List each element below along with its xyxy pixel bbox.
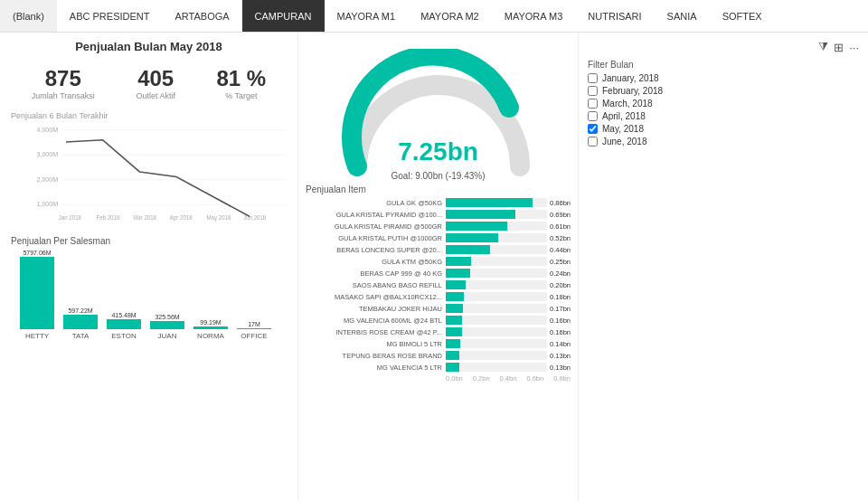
item-bar <box>446 210 515 219</box>
nav-item-artaboga[interactable]: ARTABOGA <box>162 0 241 32</box>
item-row: MG VALENCIA 5 LTR 0.13bn <box>306 363 571 372</box>
items-title: Penjualan Item <box>306 184 571 194</box>
item-value: 0.61bn <box>550 222 571 231</box>
item-value: 0.16bn <box>550 328 571 336</box>
filter-month-checkbox[interactable] <box>588 124 598 134</box>
filter-month-label: May, 2018 <box>602 124 644 134</box>
item-value: 0.14bn <box>550 340 571 348</box>
svg-rect-16 <box>63 315 98 329</box>
nav-item-mayora-m2[interactable]: MAYORA M2 <box>408 0 492 32</box>
middle-panel: 7.25bn Goal: 9.00bn (-19.43%) Penjualan … <box>298 33 579 501</box>
nav-item-nutrisari[interactable]: NUTRISARI <box>575 0 654 32</box>
metric-target-label: % Target <box>217 91 267 100</box>
gauge-container: 7.25bn Goal: 9.00bn (-19.43%) <box>330 49 547 184</box>
nav-item-blank[interactable]: (Blank) <box>0 0 57 32</box>
item-row: MG VALENCIA 600ML @24 BTL 0.16bn <box>306 316 571 325</box>
item-value: 0.86bn <box>550 199 571 207</box>
filter-month-item[interactable]: February, 2018 <box>588 86 859 96</box>
svg-text:HETTY: HETTY <box>25 332 50 340</box>
item-bar-wrap <box>446 222 547 231</box>
item-bar <box>446 245 490 254</box>
item-bar <box>446 363 459 372</box>
item-row: TEPUNG BERAS ROSE BRAND 0.13bn <box>306 351 571 360</box>
filter-month-checkbox[interactable] <box>588 73 598 83</box>
item-bar-wrap <box>446 304 547 313</box>
nav-item-softex[interactable]: SOFTEX <box>710 0 775 32</box>
filter-month-label: April, 2018 <box>602 111 646 121</box>
table-icon[interactable]: ⊞ <box>834 41 844 54</box>
svg-text:Mar 2018: Mar 2018 <box>133 214 156 221</box>
top-navigation: (Blank) ABC PRESIDENT ARTABOGA CAMPURAN … <box>0 0 868 33</box>
filter-header: ⧩ ⊞ ··· <box>588 40 859 54</box>
svg-text:325.56M: 325.56M <box>155 314 179 320</box>
item-bar <box>446 351 459 360</box>
filter-month-checkbox[interactable] <box>588 86 598 96</box>
svg-text:99.19M: 99.19M <box>200 319 222 326</box>
svg-text:17M: 17M <box>248 321 260 327</box>
svg-text:NORMA: NORMA <box>197 332 224 340</box>
nav-item-abc[interactable]: ABC PRESIDENT <box>57 0 163 32</box>
item-bar-wrap <box>446 269 547 278</box>
items-x-axis: 0.0bn 0.2bn 0.4bn 0.6bn 0.8bn <box>306 374 571 383</box>
item-bar-wrap <box>446 233 547 242</box>
filter-month-item[interactable]: March, 2018 <box>588 99 859 109</box>
filter-month-label: February, 2018 <box>602 86 663 96</box>
svg-rect-14 <box>20 257 54 329</box>
item-value: 0.44bn <box>550 246 571 254</box>
salesman-section: Penjualan Per Salesman 5797.06M 597.22M … <box>11 236 287 494</box>
svg-text:1,000M: 1,000M <box>36 200 58 208</box>
more-icon[interactable]: ··· <box>849 41 859 54</box>
metric-target-value: 81 % <box>217 66 267 91</box>
item-bar <box>446 327 462 336</box>
item-bar <box>446 316 462 325</box>
svg-text:415.48M: 415.48M <box>111 312 136 318</box>
metric-outlet-value: 405 <box>136 66 175 91</box>
item-value: 0.52bn <box>550 234 571 242</box>
filter-months: January, 2018 February, 2018 March, 2018… <box>588 73 859 149</box>
svg-text:ESTON: ESTON <box>111 332 137 340</box>
nav-item-sania[interactable]: SANIA <box>655 0 710 32</box>
svg-rect-22 <box>193 326 228 329</box>
filter-month-item[interactable]: January, 2018 <box>588 73 859 83</box>
filter-month-item[interactable]: May, 2018 <box>588 124 859 134</box>
filter-month-checkbox[interactable] <box>588 99 598 109</box>
svg-rect-20 <box>150 321 184 329</box>
svg-text:JUAN: JUAN <box>158 332 177 340</box>
item-value: 0.24bn <box>550 269 571 278</box>
filter-month-item[interactable]: April, 2018 <box>588 111 859 121</box>
item-name: BERAS LONCENG SUPER @20... <box>306 246 446 254</box>
filter-month-checkbox[interactable] <box>588 111 598 121</box>
item-name: MG BIMOLI 5 LTR <box>306 340 446 348</box>
svg-text:Jun 2018: Jun 2018 <box>243 214 267 221</box>
metric-transactions-label: Jumlah Transaksi <box>32 91 95 100</box>
item-bar-wrap <box>446 363 547 372</box>
svg-text:5797.06M: 5797.06M <box>23 250 51 256</box>
summary-metrics: 875 Jumlah Transaksi 405 Outlet Aktif 81… <box>11 66 287 100</box>
item-name: TEPUNG BERAS ROSE BRAND <box>306 352 446 360</box>
filter-icon[interactable]: ⧩ <box>818 40 828 54</box>
item-bar-wrap <box>446 210 547 219</box>
item-row: SAOS ABANG BASO REFILL 0.20bn <box>306 280 571 289</box>
nav-item-campuran[interactable]: CAMPURAN <box>242 0 325 32</box>
filter-month-checkbox[interactable] <box>588 137 598 147</box>
nav-item-mayora-m3[interactable]: MAYORA M3 <box>492 0 576 32</box>
item-bar <box>446 198 533 207</box>
item-row: GULA GK @50KG 0.86bn <box>306 198 571 207</box>
gauge-value: 7.25bn <box>398 137 478 166</box>
filter-bulan-title: Filter Bulan <box>588 60 859 70</box>
item-name: MG VALENCIA 5 LTR <box>306 364 446 372</box>
svg-text:2,000M: 2,000M <box>36 175 58 184</box>
line-chart-svg: 4,000M 3,000M 2,000M 1,000M Jan 2018 Feb… <box>11 122 287 222</box>
filter-month-item[interactable]: June, 2018 <box>588 137 859 147</box>
svg-text:4,000M: 4,000M <box>36 126 58 134</box>
nav-item-mayora-m1[interactable]: MAYORA M1 <box>325 0 409 32</box>
item-bar-wrap <box>446 280 547 289</box>
item-value: 0.17bn <box>550 305 571 313</box>
items-section: Penjualan Item GULA GK @50KG 0.86bn GULA… <box>306 184 571 501</box>
item-name: MASAKO SAPI @BALX10RCX12... <box>306 293 446 301</box>
metric-transactions-value: 875 <box>32 66 95 91</box>
item-bar <box>446 292 464 301</box>
item-name: TEMBAKAU JOKER HIJAU <box>306 305 446 313</box>
item-name: INTERBIS ROSE CREAM @42 P... <box>306 328 446 336</box>
item-bar-wrap <box>446 257 547 266</box>
